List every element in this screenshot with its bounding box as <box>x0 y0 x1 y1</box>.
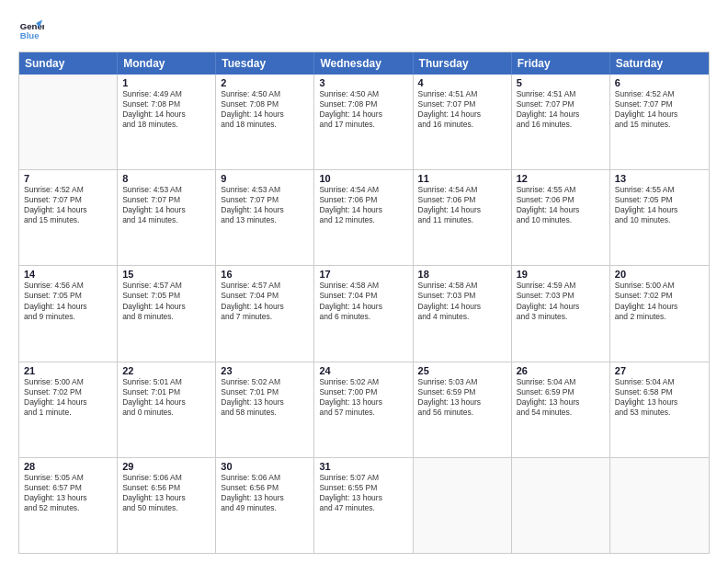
week-row-5: 28Sunrise: 5:05 AM Sunset: 6:57 PM Dayli… <box>19 458 709 553</box>
day-number: 29 <box>122 461 210 472</box>
day-cell-16: 16Sunrise: 4:57 AM Sunset: 7:04 PM Dayli… <box>216 266 314 361</box>
day-cell-10: 10Sunrise: 4:54 AM Sunset: 7:06 PM Dayli… <box>314 170 413 265</box>
empty-cell <box>19 75 118 169</box>
cell-info: Sunrise: 4:56 AM Sunset: 7:05 PM Dayligh… <box>24 281 112 321</box>
day-number: 24 <box>319 365 407 376</box>
day-cell-5: 5Sunrise: 4:51 AM Sunset: 7:07 PM Daylig… <box>512 75 610 169</box>
day-number: 22 <box>122 365 210 376</box>
cell-info: Sunrise: 4:58 AM Sunset: 7:03 PM Dayligh… <box>418 281 506 321</box>
day-cell-8: 8Sunrise: 4:53 AM Sunset: 7:07 PM Daylig… <box>118 170 216 265</box>
day-cell-27: 27Sunrise: 5:04 AM Sunset: 6:58 PM Dayli… <box>610 362 709 457</box>
day-number: 1 <box>122 77 210 88</box>
week-row-3: 14Sunrise: 4:56 AM Sunset: 7:05 PM Dayli… <box>19 266 709 362</box>
calendar-body: 1Sunrise: 4:49 AM Sunset: 7:08 PM Daylig… <box>19 75 709 553</box>
cell-info: Sunrise: 5:02 AM Sunset: 7:00 PM Dayligh… <box>319 377 407 418</box>
cell-info: Sunrise: 4:55 AM Sunset: 7:06 PM Dayligh… <box>517 185 605 225</box>
cell-info: Sunrise: 5:00 AM Sunset: 7:02 PM Dayligh… <box>615 281 704 321</box>
day-number: 11 <box>418 173 506 184</box>
day-cell-22: 22Sunrise: 5:01 AM Sunset: 7:01 PM Dayli… <box>118 362 216 457</box>
cell-info: Sunrise: 4:54 AM Sunset: 7:06 PM Dayligh… <box>418 185 506 225</box>
day-cell-4: 4Sunrise: 4:51 AM Sunset: 7:07 PM Daylig… <box>414 75 512 169</box>
cell-info: Sunrise: 4:50 AM Sunset: 7:08 PM Dayligh… <box>221 89 309 130</box>
day-cell-19: 19Sunrise: 4:59 AM Sunset: 7:03 PM Dayli… <box>512 266 610 361</box>
day-cell-23: 23Sunrise: 5:02 AM Sunset: 7:01 PM Dayli… <box>216 362 314 457</box>
header-day-friday: Friday <box>512 52 610 75</box>
week-row-1: 1Sunrise: 4:49 AM Sunset: 7:08 PM Daylig… <box>19 75 709 170</box>
cell-info: Sunrise: 4:57 AM Sunset: 7:04 PM Dayligh… <box>221 281 309 321</box>
day-number: 15 <box>122 269 210 280</box>
day-number: 30 <box>221 461 309 472</box>
cell-info: Sunrise: 5:04 AM Sunset: 6:58 PM Dayligh… <box>615 377 704 418</box>
day-number: 16 <box>221 269 309 280</box>
cell-info: Sunrise: 5:05 AM Sunset: 6:57 PM Dayligh… <box>24 473 112 513</box>
cell-info: Sunrise: 5:00 AM Sunset: 7:02 PM Dayligh… <box>24 377 112 418</box>
cell-info: Sunrise: 5:03 AM Sunset: 6:59 PM Dayligh… <box>418 377 506 418</box>
day-number: 26 <box>517 365 605 376</box>
day-number: 8 <box>122 173 210 184</box>
cell-info: Sunrise: 4:57 AM Sunset: 7:05 PM Dayligh… <box>122 281 210 321</box>
header-day-sunday: Sunday <box>19 52 118 75</box>
week-row-2: 7Sunrise: 4:52 AM Sunset: 7:07 PM Daylig… <box>19 170 709 266</box>
day-cell-2: 2Sunrise: 4:50 AM Sunset: 7:08 PM Daylig… <box>216 75 314 169</box>
cell-info: Sunrise: 5:04 AM Sunset: 6:59 PM Dayligh… <box>517 377 605 418</box>
logo-icon: General Blue <box>18 17 44 42</box>
day-number: 2 <box>221 77 309 88</box>
cell-info: Sunrise: 4:58 AM Sunset: 7:04 PM Dayligh… <box>319 281 407 321</box>
cell-info: Sunrise: 4:51 AM Sunset: 7:07 PM Dayligh… <box>418 89 506 130</box>
cell-info: Sunrise: 5:06 AM Sunset: 6:56 PM Dayligh… <box>221 473 309 513</box>
empty-cell <box>512 458 610 553</box>
day-number: 3 <box>319 77 407 88</box>
cell-info: Sunrise: 4:49 AM Sunset: 7:08 PM Dayligh… <box>122 89 210 130</box>
cell-info: Sunrise: 5:01 AM Sunset: 7:01 PM Dayligh… <box>122 377 210 418</box>
header: General Blue <box>18 17 710 42</box>
day-cell-21: 21Sunrise: 5:00 AM Sunset: 7:02 PM Dayli… <box>19 362 118 457</box>
empty-cell <box>414 458 512 553</box>
day-number: 25 <box>418 365 506 376</box>
day-number: 4 <box>418 77 506 88</box>
day-number: 7 <box>24 173 112 184</box>
day-number: 13 <box>615 173 704 184</box>
logo: General Blue <box>18 17 48 42</box>
header-day-tuesday: Tuesday <box>216 52 314 75</box>
day-number: 6 <box>615 77 704 88</box>
header-day-saturday: Saturday <box>610 52 709 75</box>
cell-info: Sunrise: 4:50 AM Sunset: 7:08 PM Dayligh… <box>319 89 407 130</box>
day-cell-7: 7Sunrise: 4:52 AM Sunset: 7:07 PM Daylig… <box>19 170 118 265</box>
cell-info: Sunrise: 5:06 AM Sunset: 6:56 PM Dayligh… <box>122 473 210 513</box>
day-number: 27 <box>615 365 704 376</box>
cell-info: Sunrise: 5:02 AM Sunset: 7:01 PM Dayligh… <box>221 377 309 418</box>
day-number: 21 <box>24 365 112 376</box>
day-cell-3: 3Sunrise: 4:50 AM Sunset: 7:08 PM Daylig… <box>314 75 413 169</box>
day-cell-25: 25Sunrise: 5:03 AM Sunset: 6:59 PM Dayli… <box>414 362 512 457</box>
day-number: 31 <box>319 461 407 472</box>
day-cell-17: 17Sunrise: 4:58 AM Sunset: 7:04 PM Dayli… <box>314 266 413 361</box>
empty-cell <box>610 458 709 553</box>
day-number: 17 <box>319 269 407 280</box>
day-number: 18 <box>418 269 506 280</box>
day-number: 10 <box>319 173 407 184</box>
day-cell-1: 1Sunrise: 4:49 AM Sunset: 7:08 PM Daylig… <box>118 75 216 169</box>
calendar: SundayMondayTuesdayWednesdayThursdayFrid… <box>18 52 710 554</box>
day-cell-31: 31Sunrise: 5:07 AM Sunset: 6:55 PM Dayli… <box>314 458 413 553</box>
cell-info: Sunrise: 4:53 AM Sunset: 7:07 PM Dayligh… <box>221 185 309 225</box>
day-number: 14 <box>24 269 112 280</box>
day-number: 12 <box>517 173 605 184</box>
cell-info: Sunrise: 4:55 AM Sunset: 7:05 PM Dayligh… <box>615 185 704 225</box>
header-day-wednesday: Wednesday <box>314 52 413 75</box>
cell-info: Sunrise: 4:54 AM Sunset: 7:06 PM Dayligh… <box>319 185 407 225</box>
day-cell-26: 26Sunrise: 5:04 AM Sunset: 6:59 PM Dayli… <box>512 362 610 457</box>
cell-info: Sunrise: 5:07 AM Sunset: 6:55 PM Dayligh… <box>319 473 407 513</box>
header-day-monday: Monday <box>118 52 216 75</box>
cell-info: Sunrise: 4:53 AM Sunset: 7:07 PM Dayligh… <box>122 185 210 225</box>
day-number: 20 <box>615 269 704 280</box>
day-number: 23 <box>221 365 309 376</box>
day-cell-18: 18Sunrise: 4:58 AM Sunset: 7:03 PM Dayli… <box>414 266 512 361</box>
day-cell-30: 30Sunrise: 5:06 AM Sunset: 6:56 PM Dayli… <box>216 458 314 553</box>
cell-info: Sunrise: 4:51 AM Sunset: 7:07 PM Dayligh… <box>517 89 605 130</box>
day-number: 5 <box>517 77 605 88</box>
day-number: 28 <box>24 461 112 472</box>
day-cell-14: 14Sunrise: 4:56 AM Sunset: 7:05 PM Dayli… <box>19 266 118 361</box>
day-cell-29: 29Sunrise: 5:06 AM Sunset: 6:56 PM Dayli… <box>118 458 216 553</box>
day-cell-6: 6Sunrise: 4:52 AM Sunset: 7:07 PM Daylig… <box>610 75 709 169</box>
day-cell-28: 28Sunrise: 5:05 AM Sunset: 6:57 PM Dayli… <box>19 458 118 553</box>
